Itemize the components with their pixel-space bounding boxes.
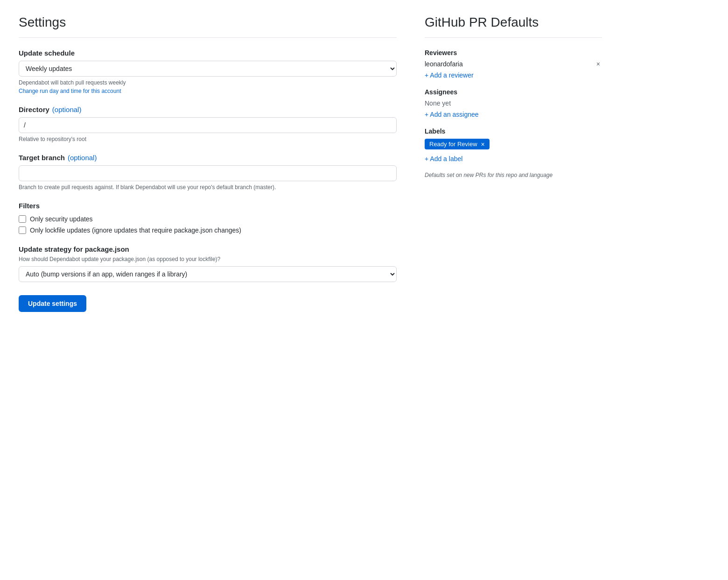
security-updates-checkbox-item: Only security updates <box>19 215 397 223</box>
remove-reviewer-button[interactable]: × <box>595 61 602 67</box>
target-branch-label: Target branch (optional) <box>19 154 397 162</box>
security-updates-label[interactable]: Only security updates <box>30 215 93 223</box>
settings-panel: Settings Update schedule Weekly updates … <box>19 15 397 312</box>
label-badge-text: Ready for Review <box>429 141 477 148</box>
assignees-section-title: Assignees <box>425 88 602 96</box>
lockfile-updates-checkbox-item: Only lockfile updates (ignore updates th… <box>19 226 397 234</box>
pr-defaults-title: GitHub PR Defaults <box>425 15 602 38</box>
pr-footer-note: Defaults set on new PRs for this repo an… <box>425 172 602 178</box>
reviewers-section: Reviewers leonardofaria × + Add a review… <box>425 49 602 79</box>
github-pr-defaults-panel: GitHub PR Defaults Reviewers leonardofar… <box>425 15 602 312</box>
reviewers-section-title: Reviewers <box>425 49 602 57</box>
assignees-section: Assignees None yet + Add an assignee <box>425 88 602 118</box>
update-schedule-group: Update schedule Weekly updates Daily upd… <box>19 49 397 94</box>
update-strategy-title: Update strategy for package.json <box>19 245 397 253</box>
remove-label-button[interactable]: × <box>481 141 485 148</box>
directory-group: Directory (optional) Relative to reposit… <box>19 106 397 142</box>
update-schedule-select[interactable]: Weekly updates Daily updates Monthly upd… <box>19 61 397 77</box>
assignees-none-yet: None yet <box>425 99 602 107</box>
add-label-link[interactable]: + Add a label <box>425 155 462 163</box>
directory-label: Directory (optional) <box>19 106 397 113</box>
label-badge-container: Ready for Review × <box>425 139 602 153</box>
update-schedule-label: Update schedule <box>19 49 397 57</box>
update-strategy-select[interactable]: Auto (bump versions if an app, widen ran… <box>19 266 397 282</box>
filters-section: Filters Only security updates Only lockf… <box>19 202 397 234</box>
lockfile-updates-checkbox[interactable] <box>19 226 26 234</box>
filters-title: Filters <box>19 202 397 210</box>
change-run-day-link[interactable]: Change run day and time for this account <box>19 88 397 94</box>
target-branch-hint: Branch to create pull requests against. … <box>19 184 397 191</box>
add-reviewer-link[interactable]: + Add a reviewer <box>425 71 474 79</box>
update-schedule-hint: Dependabot will batch pull requests week… <box>19 79 397 94</box>
lockfile-updates-label[interactable]: Only lockfile updates (ignore updates th… <box>30 226 241 234</box>
reviewer-item: leonardofaria × <box>425 60 602 68</box>
update-strategy-section: Update strategy for package.json How sho… <box>19 245 397 282</box>
update-settings-button[interactable]: Update settings <box>19 295 86 312</box>
target-branch-input[interactable] <box>19 165 397 181</box>
security-updates-checkbox[interactable] <box>19 215 26 223</box>
target-branch-group: Target branch (optional) Branch to creat… <box>19 154 397 191</box>
labels-section: Labels Ready for Review × + Add a label <box>425 127 602 163</box>
directory-input[interactable] <box>19 117 397 133</box>
reviewer-name: leonardofaria <box>425 60 463 68</box>
labels-section-title: Labels <box>425 127 602 135</box>
directory-hint: Relative to repository's root <box>19 136 397 142</box>
add-assignee-link[interactable]: + Add an assignee <box>425 111 479 118</box>
ready-for-review-badge: Ready for Review × <box>425 139 490 149</box>
settings-title: Settings <box>19 15 397 38</box>
update-strategy-hint: How should Dependabot update your packag… <box>19 256 397 262</box>
